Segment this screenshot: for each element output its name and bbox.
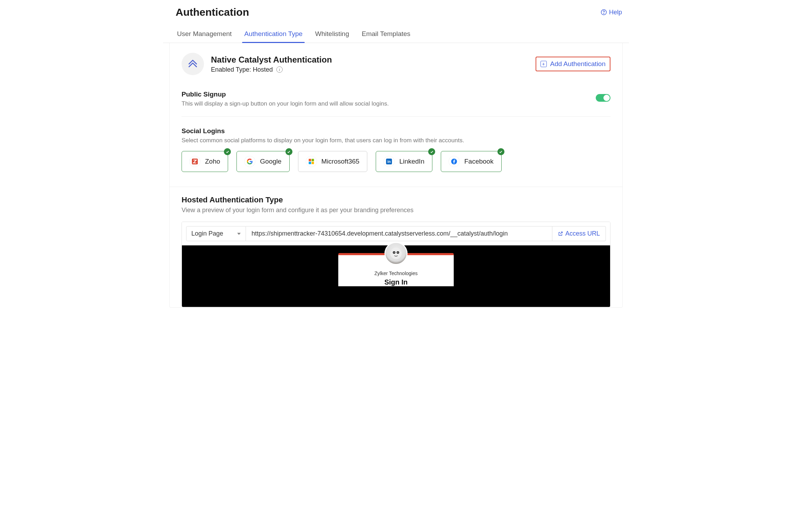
- add-authentication-button[interactable]: + Add Authentication: [536, 57, 610, 71]
- plus-icon: +: [540, 61, 547, 67]
- google-icon: [245, 156, 255, 167]
- tab-whitelisting[interactable]: Whitelisting: [315, 30, 349, 43]
- auth-card-titles: Native Catalyst Authentication Enabled T…: [211, 55, 332, 73]
- svg-rect-3: [309, 159, 311, 161]
- social-card-microsoft365[interactable]: Microsoft365: [298, 151, 368, 172]
- check-icon: [224, 148, 231, 155]
- social-card-google[interactable]: Google: [236, 151, 289, 172]
- social-label: Google: [260, 158, 281, 165]
- catalyst-icon: [182, 53, 204, 75]
- public-signup-section: Public Signup This will display a sign-u…: [182, 91, 610, 117]
- login-company-name: Zylker Technologies: [345, 271, 447, 276]
- tab-email-templates[interactable]: Email Templates: [362, 30, 410, 43]
- hosted-auth-title: Hosted Authentication Type: [182, 195, 610, 204]
- svg-rect-4: [311, 159, 314, 161]
- auth-card-header-left: Native Catalyst Authentication Enabled T…: [182, 53, 332, 75]
- facebook-icon: [449, 156, 459, 167]
- auth-card-subtitle: Enabled Type: Hosted i: [211, 66, 332, 73]
- info-icon[interactable]: i: [276, 66, 283, 73]
- access-url-label: Access URL: [565, 230, 600, 237]
- social-logins-description: Select common social platforms to displa…: [182, 137, 610, 144]
- chevron-down-icon: [237, 233, 241, 235]
- public-signup-title: Public Signup: [182, 91, 389, 98]
- login-card-preview: Zylker Technologies Sign In: [338, 253, 454, 286]
- linkedin-icon: in: [384, 156, 394, 167]
- svg-point-13: [394, 252, 394, 253]
- microsoft-icon: [306, 156, 317, 167]
- login-url: https://shipmenttracker-74310654.develop…: [246, 226, 552, 241]
- preview-panel: Login Page https://shipmenttracker-74310…: [182, 222, 610, 307]
- svg-point-14: [397, 252, 398, 253]
- page-select-label: Login Page: [191, 230, 223, 237]
- help-label: Help: [609, 9, 622, 16]
- page-select[interactable]: Login Page: [186, 226, 246, 241]
- social-card-facebook[interactable]: Facebook: [441, 151, 501, 172]
- avatar: [384, 242, 408, 265]
- svg-rect-5: [309, 162, 311, 164]
- social-label: Facebook: [464, 158, 493, 165]
- svg-point-10: [390, 248, 402, 259]
- public-signup-text: Public Signup This will display a sign-u…: [182, 91, 389, 107]
- hosted-auth-section: Hosted Authentication Type View a previe…: [170, 187, 622, 307]
- social-logins-row: Zoho Google Microsoft365: [182, 151, 610, 172]
- check-icon: [497, 148, 504, 155]
- auth-card-title: Native Catalyst Authentication: [211, 55, 332, 65]
- social-card-linkedin[interactable]: in LinkedIn: [376, 151, 432, 172]
- public-signup-toggle[interactable]: [596, 94, 610, 102]
- auth-card-subtitle-text: Enabled Type: Hosted: [211, 66, 273, 73]
- svg-point-1: [603, 13, 604, 14]
- social-card-zoho[interactable]: Zoho: [182, 151, 228, 172]
- zoho-icon: [190, 156, 200, 167]
- tabs: User Management Authentication Type Whit…: [163, 18, 629, 43]
- main-panel: Native Catalyst Authentication Enabled T…: [169, 43, 623, 308]
- help-link[interactable]: Help: [601, 9, 622, 16]
- social-label: LinkedIn: [399, 158, 424, 165]
- social-label: Microsoft365: [321, 158, 360, 165]
- tab-user-management[interactable]: User Management: [177, 30, 232, 43]
- hosted-auth-description: View a preview of your login form and co…: [182, 207, 610, 214]
- external-link-icon: [558, 231, 563, 236]
- page-title: Authentication: [176, 6, 249, 18]
- check-icon: [285, 148, 292, 155]
- preview-body: Zylker Technologies Sign In: [182, 245, 610, 307]
- social-label: Zoho: [205, 158, 220, 165]
- social-logins-title: Social Logins: [182, 127, 610, 135]
- access-url-button[interactable]: Access URL: [552, 226, 606, 241]
- svg-rect-6: [311, 162, 314, 164]
- login-signin-title: Sign In: [345, 278, 447, 286]
- check-icon: [428, 148, 435, 155]
- tab-authentication-type[interactable]: Authentication Type: [244, 30, 303, 43]
- public-signup-description: This will display a sign-up button on yo…: [182, 100, 389, 107]
- social-logins-section: Social Logins Select common social platf…: [182, 127, 610, 187]
- svg-text:in: in: [388, 159, 391, 164]
- auth-card-header: Native Catalyst Authentication Enabled T…: [182, 53, 610, 75]
- help-icon: [601, 9, 607, 15]
- page-header: Authentication Help: [163, 6, 629, 18]
- add-authentication-label: Add Authentication: [550, 60, 606, 68]
- page-root: Authentication Help User Management Auth…: [163, 0, 629, 308]
